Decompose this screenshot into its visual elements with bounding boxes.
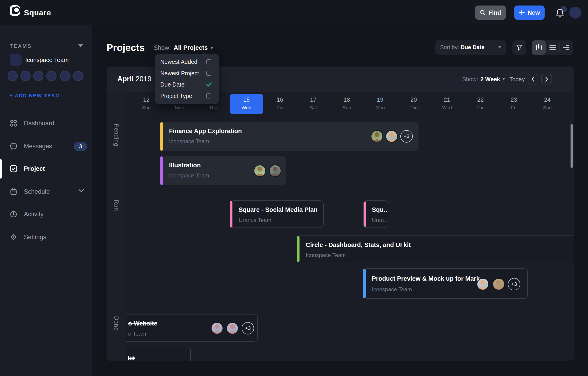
row-label-run: Run [113,200,120,211]
chevron-down-icon[interactable] [78,189,85,193]
member-avatar [477,279,488,290]
project-card-square-social-media-plan[interactable]: Square - Social Media Plan Uranus Team [230,200,324,228]
sidebar-item-label: Activity [24,211,44,218]
team-member-avatar[interactable] [8,71,18,81]
more-members-badge[interactable]: +3 [508,278,520,290]
sort-value: Due Date [460,44,484,50]
day-cell-19[interactable]: 19Mon [363,94,397,114]
row-divider [107,193,574,193]
find-button-label: Find [489,9,501,16]
project-card-illustration[interactable]: Illustration Iconspace Team [161,156,286,185]
team-member-avatar[interactable] [21,71,31,81]
card-title: Finance App Exploration [169,128,242,135]
sort-by-dropdown[interactable]: Sort by: Due Date ▾ [435,40,506,55]
member-avatar [212,323,223,334]
dropdown-item-due-date[interactable]: Due Date [155,79,219,90]
schedule-calendar-icon [10,188,17,195]
team-member-avatar[interactable] [73,71,83,81]
card-team: Iconspace Team [306,252,346,259]
team-member-avatar[interactable] [46,71,56,81]
top-bar: Square Find New [0,0,588,25]
day-cell-22[interactable]: 22Thu [464,94,497,114]
project-card-circle-dashboard[interactable]: Circle - Dashboard, Stats, and UI kit Ic… [297,236,574,262]
new-button-label: New [528,9,540,16]
project-card-website-done[interactable]: o Website e Team +3 [126,314,258,342]
card-team: e Team [128,331,146,337]
find-button[interactable]: Find [475,6,506,20]
dropdown-item-project-type[interactable]: Project Type [155,90,219,102]
range-show-label: Show: [462,76,478,83]
checkbox-unchecked[interactable] [206,59,211,64]
member-avatar [227,323,238,334]
range-dropdown-trigger[interactable]: Show: 2 Week ▾ [462,76,505,83]
project-card-square-clipped[interactable]: Squ… Uran… [363,200,388,228]
sidebar-item-activity[interactable]: Activity [0,204,92,225]
day-cell-17[interactable]: 17Sat [297,94,330,114]
day-cell-23[interactable]: 23Fri [497,94,531,114]
sidebar: TEAMS Iconspace Team + ADD NEW TEAM Dash… [0,25,92,376]
teams-collapse-icon[interactable] [78,44,83,47]
team-avatar[interactable] [10,54,21,66]
sidebar-item-settings[interactable]: ⚙ Settings [0,227,92,248]
today-button[interactable]: Today [509,76,525,83]
checkmark-icon [206,82,212,87]
day-cell-21[interactable]: 21Wed [430,94,464,114]
day-cell-18[interactable]: 18Sun [330,94,363,114]
member-avatar [386,131,397,142]
dropdown-item-newest-added[interactable]: Newest Added [155,56,219,67]
card-title: Circle - Dashboard, Stats, and UI kit [306,241,411,249]
team-name[interactable]: Iconspace Team [25,56,69,63]
search-icon [480,10,486,16]
vertical-scrollbar-thumb[interactable] [571,124,573,168]
card-accent-bar [160,122,163,151]
calendar-year: 2019 [136,75,151,83]
settings-gear-icon: ⚙ [10,233,17,241]
sidebar-item-label: Project [24,165,45,172]
app-root: Square Find New TEAMS Iconspace Team [0,0,588,376]
view-kanban-button[interactable] [532,40,546,55]
view-timeline-button[interactable] [559,40,573,55]
row-label-done: Done [113,316,120,331]
team-member-avatar[interactable] [33,71,43,81]
card-accent-bar [160,156,163,185]
view-list-button[interactable] [546,40,559,55]
card-title: Illustration [169,162,201,169]
square-logo-dot [14,8,19,12]
sidebar-divider [10,110,85,110]
more-members-badge[interactable]: +3 [242,322,254,334]
checkbox-unchecked[interactable] [206,94,211,98]
card-title: Square - Social Media Plan [239,206,318,213]
team-member-avatar[interactable] [60,71,70,81]
day-cell-24[interactable]: 24Sad [531,94,564,114]
add-new-team-button[interactable]: + ADD NEW TEAM [10,93,60,99]
card-team: Uran… [372,217,388,223]
show-filter-dropdown-trigger[interactable]: Show: All Projects ▾ [154,44,213,52]
user-avatar[interactable] [569,7,581,19]
prev-period-button[interactable] [528,74,538,84]
new-button[interactable]: New [514,6,545,20]
sidebar-item-project[interactable]: Project [0,158,92,179]
day-cell-16[interactable]: 16Fri [263,94,297,114]
timeline-panel: April 2019 Show: 2 Week ▾ Today 12Sun 13… [107,67,574,361]
day-cell-15-selected[interactable]: 15Wed [230,94,263,114]
checkbox-unchecked[interactable] [206,71,211,76]
member-avatar [254,165,265,176]
day-cell-20[interactable]: 20Tue [397,94,430,114]
project-check-icon [10,165,17,173]
project-card-kit-done[interactable]: kit [126,347,191,361]
project-card-product-preview[interactable]: Product Preview & Mock up for Mark… Icon… [363,268,528,299]
card-team: Iconspace Team [169,172,209,179]
more-members-badge[interactable]: +3 [400,130,413,143]
sidebar-item-label: Schedule [24,188,50,195]
page-title: Projects [107,42,145,53]
project-card-finance-app-exploration[interactable]: Finance App Exploration Iconspace Team +… [161,122,418,151]
next-period-button[interactable] [541,74,552,84]
card-team: Iconspace Team [169,138,209,145]
notifications-bell-icon[interactable] [555,8,565,18]
dropdown-item-newest-project[interactable]: Newest Project [155,67,219,79]
filter-button[interactable] [513,40,526,55]
card-accent-bar [363,201,366,228]
sidebar-item-label: Settings [24,234,46,241]
sidebar-item-dashboard[interactable]: Dashboard [0,113,92,134]
messages-unread-badge: 3 [74,142,87,151]
